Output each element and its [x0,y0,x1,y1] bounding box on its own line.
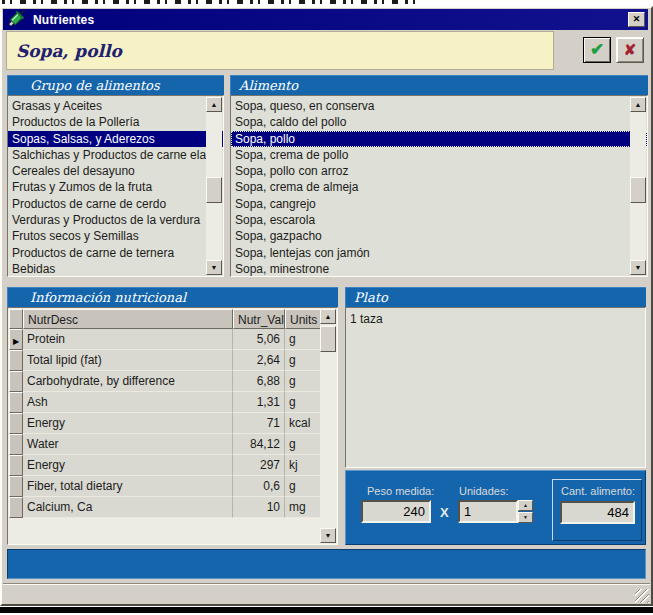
scroll-up-icon: ▲ [631,98,645,111]
plato-header-label: Plato [354,290,388,305]
table-row[interactable]: ▶ Protein 5,06 g [9,329,321,350]
confirm-button[interactable]: ✔ [583,37,611,63]
cell-nutrval: 2,64 [233,350,285,371]
foods-list[interactable]: Sopa, queso, en conserva Sopa, caldo del… [230,95,648,277]
list-item[interactable]: Sopa, cangrejo [231,196,630,212]
resize-grip[interactable] [635,589,649,603]
table-row[interactable]: Fiber, total dietary 0,6 g [9,476,321,497]
table-row[interactable]: Water 84,12 g [9,434,321,455]
table-header-row: NutrDesc Nutr_Val Units [9,309,321,329]
scroll-thumb[interactable] [630,177,646,203]
unidades-stepper[interactable]: ▲ ▼ [518,500,533,523]
list-item[interactable]: Sopa, caldo del pollo [231,114,630,130]
scroll-up-button[interactable]: ▲ [320,309,336,324]
table-row[interactable]: Carbohydrate, by difference 6,88 g [9,371,321,392]
list-item[interactable]: Productos de la Pollería [8,114,206,130]
table-row[interactable]: Energy 297 kj [9,455,321,476]
app-window: Nutrientes ✕ Sopa, pollo ✔ ✘ Grupo de al… [0,6,653,606]
cell-nutrdesc: Carbohydrate, by difference [23,371,233,392]
info-bar [7,549,646,579]
nutrition-header: Información nutricional [7,287,338,307]
scroll-up-button[interactable]: ▲ [630,97,646,112]
clipped-glyphs [2,0,422,4]
row-indicator-cell [9,350,23,371]
nutrition-header-label: Información nutricional [30,290,186,305]
list-item[interactable]: 1 taza [346,311,645,327]
vertical-scrollbar[interactable]: ▲ ▼ [630,97,646,275]
food-groups-header: Grupo de alimentos [7,75,224,95]
cell-nutrdesc: Water [23,434,233,455]
cell-units: g [285,329,321,350]
syringe-icon [5,6,29,30]
stepper-down-button[interactable]: ▼ [518,512,533,523]
cell-nutrdesc: Protein [23,329,233,350]
peso-medida-input[interactable] [361,500,431,523]
cross-icon: ✘ [624,41,637,58]
scroll-down-button[interactable]: ▼ [630,260,646,275]
table-row[interactable]: Total lipid (fat) 2,64 g [9,350,321,371]
list-item[interactable]: Sopa, escarola [231,212,630,228]
plato-header: Plato [345,287,646,307]
vertical-scrollbar[interactable]: ▲ ▼ [320,309,336,543]
list-item[interactable]: Sopa, crema de almeja [231,179,630,195]
spinner-up-icon: ▲ [519,501,532,510]
list-item[interactable]: Sopa, lentejas con jamón [231,245,630,261]
list-item[interactable]: Frutos secos y Semillas [8,228,206,244]
table-row[interactable]: Energy 71 kcal [9,413,321,434]
unidades-input[interactable] [458,500,518,523]
list-item[interactable]: Sopa, gazpacho [231,228,630,244]
row-indicator-cell [9,371,23,392]
stepper-up-button[interactable]: ▲ [518,500,533,511]
title-bar[interactable]: Nutrientes ✕ [3,9,648,30]
foods-header: Alimento [230,75,648,95]
cell-units: g [285,392,321,413]
row-indicator-cell [9,434,23,455]
close-icon: ✕ [633,14,641,24]
multiply-label: X [440,505,449,520]
window-title: Nutrientes [33,13,94,27]
list-item[interactable]: Frutas y Zumos de la fruta [8,179,206,195]
list-item[interactable]: Grasas y Aceites [8,98,206,114]
unidades-label: Unidades: [459,485,509,497]
cancel-button[interactable]: ✘ [616,37,644,63]
indicator-column-header [9,309,23,329]
scroll-up-button[interactable]: ▲ [206,97,222,112]
row-indicator-cell [9,413,23,434]
list-item[interactable]: Salchichas y Productos de carne elabo [8,147,223,163]
nutrition-table: NutrDesc Nutr_Val Units ▶ Protein 5,06 g… [7,307,338,545]
measure-panel: Peso medida: X Unidades: ▲ ▼ Cant. alime… [345,470,646,545]
list-item-selected[interactable]: Sopa, pollo [231,131,647,147]
bottom-border-band [0,607,653,613]
spinner-down-icon: ▼ [519,513,532,522]
vertical-scrollbar[interactable]: ▲ ▼ [206,97,222,275]
list-item[interactable]: Bebidas [8,261,206,277]
scroll-thumb[interactable] [320,326,336,352]
column-header-nutrval: Nutr_Val [233,309,285,329]
scroll-down-button[interactable]: ▼ [206,260,222,275]
scroll-down-icon: ▼ [631,261,645,274]
row-indicator-cell [9,455,23,476]
list-item[interactable]: Productos de carne de cerdo [8,196,206,212]
list-item[interactable]: Sopa, minestrone [231,261,630,277]
list-item[interactable]: Cereales del desayuno [8,163,206,179]
table-row[interactable]: Ash 1,31 g [9,392,321,413]
list-item[interactable]: Verduras y Productos de la verdura [8,212,206,228]
food-groups-list[interactable]: Grasas y Aceites Productos de la Pollerí… [7,95,224,277]
cell-units: g [285,434,321,455]
list-item[interactable]: Sopa, queso, en conserva [231,98,630,114]
row-indicator-cell [9,497,23,518]
cell-units: kcal [285,413,321,434]
row-indicator-cell [9,392,23,413]
list-item[interactable]: Sopa, crema de pollo [231,147,630,163]
table-row[interactable]: Calcium, Ca 10 mg [9,497,321,518]
cant-alimento-label: Cant. alimento: [561,485,635,497]
scroll-thumb[interactable] [206,177,222,203]
list-item[interactable]: Sopa, pollo con arroz [231,163,630,179]
scroll-down-button[interactable]: ▼ [320,528,336,543]
check-icon: ✔ [590,40,604,59]
list-item[interactable]: Productos de carne de ternera [8,245,206,261]
plato-list[interactable]: 1 taza [345,307,646,468]
close-button[interactable]: ✕ [628,12,645,27]
list-item-selected[interactable]: Sopas, Salsas, y Aderezos [8,131,223,147]
cant-alimento-input[interactable] [560,501,635,524]
